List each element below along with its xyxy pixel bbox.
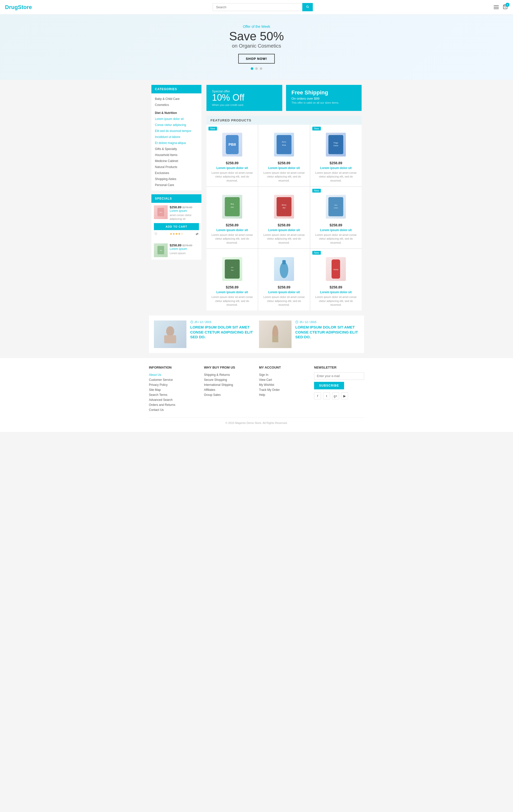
youtube-icon[interactable]: ▶ [341,393,348,399]
cart-icon[interactable]: 0 [503,4,508,10]
product-pb8: PB8 [222,133,242,156]
product-card-4: BoyGirl $258.89 Lorem ipsum dolor sit Lo… [207,187,258,249]
special-name-2[interactable]: Lorem ipsum [170,247,199,251]
sidebar-sub-1[interactable]: Lorem ipsum dolor sit [151,116,202,122]
product-desc-4: Lorem ipsum dolor sit amet conse ctetur … [210,233,254,244]
sidebar-item-medicine[interactable]: Medicine Cabinet [151,158,202,164]
sidebar-item-shopping[interactable]: Shopping Aisles [151,176,202,182]
footer-account-title: MY ACCOUNT [259,366,309,369]
special-item-1: Afrin $258.89 $278.89 Lorem ipsum amet c… [151,203,202,238]
search-input[interactable] [213,3,302,11]
svg-text:dryl: dryl [283,207,285,209]
footer-customer-service[interactable]: Customer Service [149,377,199,382]
sidebar-sub-3[interactable]: Elit sed do eiusmod tempor [151,128,202,134]
dot-3[interactable] [260,67,262,70]
logo-drug: Drug [5,4,18,10]
header: DrugStore 0 [0,0,513,14]
blog-title-2[interactable]: LOREM IPSUM DOLOR SIT AMET CONSE CTETUR … [295,325,359,340]
product-price-6: $258.89 [330,223,342,227]
product-badge-9: New [312,251,321,255]
sidebar-item-exclusives[interactable]: Exclusives [151,170,202,176]
promo-ship-title: Free Shipping [292,89,356,96]
footer-advanced-search[interactable]: Advanced Search [149,397,199,402]
footer-my-wishlist[interactable]: My Wishlist [259,382,309,387]
footer-about-us[interactable]: About Us [149,372,199,377]
hero-banner: Offer of the Week Save 50% on Organic Co… [0,14,513,80]
special-name-1[interactable]: Lorem ipsum [170,209,199,212]
sidebar-item-personal[interactable]: Personal Care [151,182,202,188]
subscribe-button[interactable]: SUBSCRIBE [314,382,344,389]
product-accuflora: Accuflora [274,133,294,156]
dot-2[interactable] [255,67,258,70]
footer-orders-returns[interactable]: Orders and Returns [149,402,199,407]
special-img-2: Vap [154,243,168,257]
dot-1[interactable] [251,67,253,70]
footer-sign-in[interactable]: Sign In [259,372,309,377]
product-img-2: Accuflora [272,131,297,158]
footer-view-cart[interactable]: View Cart [259,377,309,382]
products-grid: New PB8 $258.89 Lorem ipsum dolor sit Lo… [207,125,362,311]
menu-icon[interactable] [494,5,499,9]
promo-banners: Special offer 10% Off When you use credi… [207,85,362,111]
product-name-5[interactable]: Lorem ipsum dolor sit [268,228,300,232]
footer-affiliates[interactable]: Affiliates [204,387,254,393]
sidebar-item-cosmetics[interactable]: Cosmetics [151,102,202,108]
sidebar-item-baby[interactable]: Baby & Child Care [151,96,202,102]
footer-site-map[interactable]: Site Map [149,387,199,393]
sidebar-sub-5[interactable]: Et dolore magna aliqua [151,140,202,146]
share-icon[interactable]: ⇄ [196,232,199,236]
product-name-4[interactable]: Lorem ipsum dolor sit [216,228,248,232]
sidebar: CATEGORIES Baby & Child Care Cosmetics D… [151,85,202,311]
wishlist-icon[interactable]: ♡ [154,232,157,236]
svg-text:cream: cream [334,207,338,209]
blog-content-2: 25 / 12 / 2015 LOREM IPSUM DOLOR SIT AME… [295,320,359,348]
googleplus-icon[interactable]: g+ [332,393,339,399]
blog-section: 25 / 12 / 2015 LOREM IPSUM DOLOR SIT AME… [149,316,364,353]
blog-title-1[interactable]: LOREM IPSUM DOLOR SIT AMET CONSE CTETUR … [190,325,254,340]
search-button[interactable] [302,3,313,11]
sidebar-sub-2[interactable]: Conse ctetur adipiscing [151,122,202,128]
footer-help[interactable]: Help [259,393,309,397]
product-price-2: $258.89 [278,161,291,165]
product-name-8[interactable]: Lorem ipsum dolor sit [268,290,300,294]
product-name-6[interactable]: Lorem ipsum dolor sit [320,228,352,232]
newsletter-email-input[interactable] [314,372,364,380]
shop-now-button[interactable]: SHOP NOW! [238,54,274,64]
categories-section: CATEGORIES Baby & Child Care Cosmetics D… [151,85,202,191]
product-name-9[interactable]: Lorem ipsum dolor sit [320,290,352,294]
product-desc-9: Lorem ipsum dolor sit amet conse ctetur … [314,295,358,307]
footer-group-sales[interactable]: Group Sales [204,393,254,397]
product-name-3[interactable]: Lorem ipsum dolor sit [320,166,352,170]
sidebar-item-gifts[interactable]: Gifts & Specialty [151,146,202,152]
product-name-7[interactable]: Lorem ipsum dolor sit [216,290,248,294]
social-icons: f t g+ ▶ [314,393,364,399]
special-price-1: $258.89 [170,205,181,209]
sidebar-item-natural[interactable]: Natural Products [151,164,202,170]
footer-secure-shopping[interactable]: Secure Shopping [204,377,254,382]
facebook-icon[interactable]: f [314,393,321,399]
footer-shipping-returns[interactable]: Shipping & Returns [204,372,254,377]
product-name-2[interactable]: Lorem ipsum dolor sit [268,166,300,170]
footer-information: INFORMATION About Us Customer Service Pr… [149,366,199,412]
promo-when: When you use credit card. [212,104,277,107]
twitter-icon[interactable]: t [323,393,330,399]
special-img-1: Afrin [154,205,168,219]
product-card-8: $258.89 Lorem ipsum dolor sit Lorem ipsu… [258,249,309,311]
svg-text:PB8: PB8 [229,142,236,146]
footer-contact-us[interactable]: Contact Us [149,407,199,412]
logo[interactable]: DrugStore [5,4,32,10]
product-boygirl: BoyGirl [222,195,242,219]
footer-search-terms[interactable]: Search Terms [149,393,199,397]
footer-track-order[interactable]: Track My Order [259,387,309,393]
product-badge-1: New [208,127,217,130]
product-card-7: HIVTest $258.89 Lorem ipsum dolor sit Lo… [207,249,258,311]
product-name-1[interactable]: Lorem ipsum dolor sit [216,166,248,170]
product-desc-3: Lorem ipsum dolor sit amet conse ctetur … [314,171,358,182]
footer-international[interactable]: International Shipping [204,382,254,387]
sidebar-sub-4[interactable]: Incididunt ut labore [151,134,202,140]
add-to-cart-button-1[interactable]: ADD TO CART [154,223,199,230]
sidebar-item-household[interactable]: Household Items [151,152,202,158]
special-actions-1: ♡ ★★★★☆ ⇄ [154,232,199,236]
svg-point-25 [280,262,288,278]
footer-privacy-policy[interactable]: Privacy Policy [149,382,199,387]
